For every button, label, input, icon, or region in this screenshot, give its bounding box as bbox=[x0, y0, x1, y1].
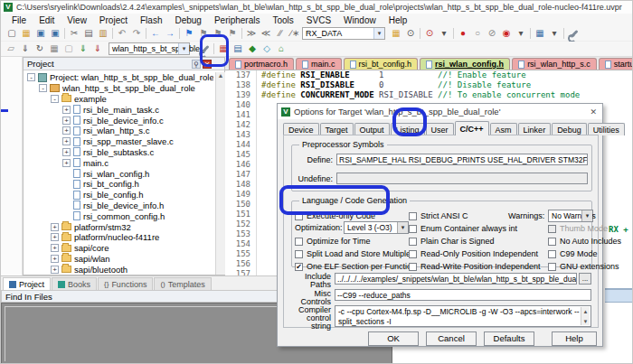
save-all-icon[interactable]: ▣ bbox=[48, 27, 62, 40]
checkbox-box[interactable] bbox=[548, 263, 556, 271]
breakpoint-disable-icon[interactable]: ⊘ bbox=[485, 27, 499, 40]
checkbox-box[interactable] bbox=[295, 212, 303, 220]
checkbox-box[interactable] bbox=[409, 263, 417, 271]
window-layout-icon[interactable]: ▦ bbox=[533, 27, 547, 40]
menu-file[interactable]: File bbox=[6, 14, 32, 26]
dialog-tab-linker[interactable]: Linker bbox=[518, 123, 552, 135]
pack-installer-icon[interactable]: ▦ bbox=[216, 42, 231, 55]
undefine-input[interactable] bbox=[336, 173, 588, 184]
batch-build-icon[interactable]: ▦ bbox=[47, 42, 61, 55]
sidebar-tab-functions[interactable]: {}Functions bbox=[98, 277, 153, 290]
checkbox-box[interactable] bbox=[409, 225, 417, 233]
checkbox-read-write-position-independent[interactable]: Read-Write Position Independent bbox=[409, 262, 540, 271]
checkbox-split-load-and-store-multiple[interactable]: Split Load and Store Multiple bbox=[295, 249, 411, 258]
expand-icon[interactable]: + bbox=[51, 233, 59, 241]
paste-icon[interactable]: ▥ bbox=[96, 27, 110, 40]
configure-tools-icon[interactable] bbox=[566, 27, 581, 40]
outdent-icon[interactable]: ≪ bbox=[259, 27, 273, 40]
indent-icon[interactable]: ≫ bbox=[244, 27, 259, 40]
menu-project[interactable]: Project bbox=[94, 14, 133, 26]
warnings-select[interactable]: No Warnings ▾ bbox=[548, 210, 593, 222]
sidebar-tab-templates[interactable]: ()Templates bbox=[154, 277, 211, 290]
expand-icon[interactable]: + bbox=[51, 244, 59, 252]
expand-icon[interactable]: + bbox=[62, 106, 71, 114]
checkbox-box[interactable] bbox=[409, 238, 417, 246]
menu-edit[interactable]: Edit bbox=[33, 14, 60, 26]
manage-items-icon[interactable]: ◇ bbox=[260, 42, 274, 55]
new-file-icon[interactable]: ▢ bbox=[5, 27, 19, 40]
find-icon[interactable]: ⊙ bbox=[403, 27, 418, 40]
sidebar-tab-books[interactable]: Books bbox=[52, 277, 97, 290]
dialog-tab-utilities[interactable]: Utilities bbox=[588, 123, 625, 135]
tree-item[interactable]: +platform/nucleo-f411re bbox=[25, 232, 213, 243]
defaults-button[interactable]: Defaults bbox=[484, 331, 534, 346]
tree-item[interactable]: +sapi/core bbox=[25, 243, 213, 254]
breakpoint-enable-icon[interactable]: ○ bbox=[470, 27, 485, 40]
manage-layers-icon[interactable]: ▤ bbox=[231, 42, 245, 55]
checkbox-box[interactable] bbox=[295, 238, 303, 246]
undo-icon[interactable]: ↶ bbox=[115, 27, 129, 40]
dialog-titlebar[interactable]: V Options for Target 'wlan_http_s_bt_spp… bbox=[278, 104, 602, 119]
expand-icon[interactable]: + bbox=[51, 223, 59, 231]
expand-icon[interactable]: + bbox=[62, 159, 71, 167]
ok-button[interactable]: OK bbox=[368, 331, 419, 346]
menu-tools[interactable]: Tools bbox=[268, 14, 299, 26]
collapse-icon[interactable]: - bbox=[51, 95, 59, 103]
menu-peripherals[interactable]: Peripherals bbox=[209, 14, 266, 26]
expand-icon[interactable]: + bbox=[62, 137, 71, 145]
rebuild-icon[interactable]: ↻ bbox=[33, 42, 47, 55]
tree-item[interactable]: +sapi/bluetooth bbox=[25, 264, 213, 275]
tree-item[interactable]: +rsi_ble_main_task.c bbox=[25, 104, 213, 115]
include-paths-browse-button[interactable]: ... bbox=[579, 273, 591, 285]
bookmark-clear-icon[interactable]: ⚑ bbox=[225, 27, 240, 40]
redo-icon[interactable]: ↷ bbox=[129, 27, 144, 40]
expand-icon[interactable]: + bbox=[51, 255, 59, 263]
chevron-down-icon[interactable]: ▾ bbox=[178, 43, 189, 54]
checkbox-box[interactable] bbox=[548, 225, 556, 233]
define-input[interactable]: RSI_SAMPLE_HAL RSI_DEBUG_PRINTS USE_HAL_… bbox=[336, 154, 588, 165]
misc-controls-input[interactable]: --C99 --reduce_paths bbox=[335, 289, 591, 301]
tree-item[interactable]: -wlan_http_s_bt_spp_ble_dual_role bbox=[25, 83, 213, 94]
editor-tab-startup_stm32f411xe.s[interactable]: startup_stm32f411xe.s bbox=[599, 58, 633, 70]
checkbox-box[interactable] bbox=[409, 250, 417, 258]
tree-item[interactable]: +rsi_ble_device_info.c bbox=[25, 115, 213, 126]
tree-item[interactable]: -example bbox=[25, 94, 213, 105]
dialog-tab-output[interactable]: Output bbox=[354, 123, 390, 135]
compiler-string-box[interactable]: -c --cpu Cortex-M4.fp.sp -D__MICROLIB -g… bbox=[335, 305, 591, 327]
dialog-tab-device[interactable]: Device bbox=[283, 123, 319, 135]
editor-tab-rsi_bt_config.h[interactable]: rsi_bt_config.h bbox=[344, 58, 419, 70]
checkbox-one-elf-section-per-function[interactable]: One ELF Section per Function bbox=[295, 262, 416, 271]
tree-item[interactable]: rsi_common_config.h bbox=[25, 210, 213, 221]
checkbox-box[interactable] bbox=[548, 238, 556, 246]
bookmark-next-icon[interactable]: ⚑ bbox=[211, 27, 225, 40]
rx-data-combo[interactable]: RX_DATA ▾ bbox=[302, 27, 385, 40]
breakpoint-kill-icon[interactable]: ◉ bbox=[499, 27, 514, 40]
tree-item[interactable]: +rsi_spp_master_slave.c bbox=[25, 136, 213, 147]
build-icon[interactable]: ⇓ bbox=[18, 42, 33, 55]
find-next-icon[interactable]: ⊙ bbox=[422, 27, 437, 40]
menu-flash[interactable]: Flash bbox=[135, 14, 167, 26]
checkbox-box[interactable] bbox=[409, 212, 417, 220]
checkbox-plain-char-is-signed[interactable]: Plain Char is Signed bbox=[409, 237, 495, 246]
checkbox-optimize-for-time[interactable]: Optimize for Time bbox=[295, 237, 371, 246]
bookmark-prev-icon[interactable]: ⚑ bbox=[196, 27, 211, 40]
dropdown-arrow-icon[interactable]: ▾ bbox=[547, 27, 562, 40]
comment-icon[interactable]: ∕∕ bbox=[273, 27, 288, 40]
tree-scrollbar[interactable]: ▲ bbox=[215, 72, 225, 275]
uncomment-icon[interactable]: ∕∗ bbox=[288, 27, 302, 40]
compiler-string-scrollbar[interactable]: ▲▼ bbox=[581, 307, 590, 325]
expand-icon[interactable]: + bbox=[62, 117, 71, 125]
tree-item[interactable]: +main.c bbox=[25, 157, 213, 168]
checkbox-execute-only-code[interactable]: Execute-only Code bbox=[295, 211, 375, 220]
dialog-tab-user[interactable]: User bbox=[426, 123, 454, 135]
checkbox-c99-mode[interactable]: C99 Mode bbox=[548, 249, 598, 258]
tree-item[interactable]: rsi_bt_config.h bbox=[25, 179, 213, 190]
tree-item[interactable]: rsi_ble_device_info.h bbox=[25, 201, 213, 211]
optimization-select[interactable]: Level 3 (-O3) ▾ bbox=[344, 221, 409, 234]
tree-item[interactable]: +sapi/wlan bbox=[25, 254, 213, 265]
include-paths-input[interactable]: ../../../../examples/_snippets/wlan_bt_b… bbox=[335, 273, 577, 285]
dialog-tab-target[interactable]: Target bbox=[320, 123, 354, 135]
breakpoint-icon[interactable]: ● bbox=[456, 27, 470, 40]
tree-item[interactable]: +rsi_wlan_http_s.c bbox=[25, 126, 213, 136]
checkbox-thumb-mode[interactable]: Thumb Mode bbox=[548, 224, 608, 233]
